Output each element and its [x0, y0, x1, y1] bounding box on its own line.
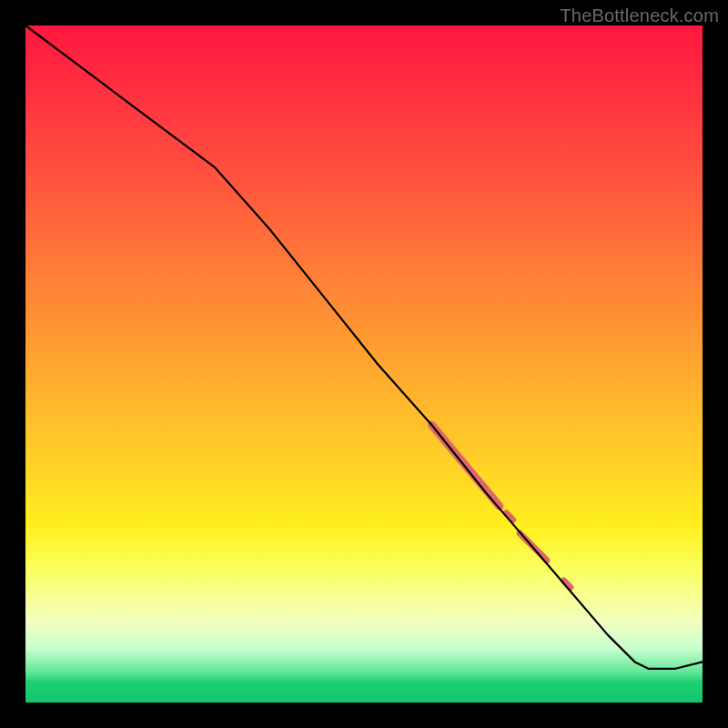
bottleneck-curve	[25, 25, 703, 669]
chart-overlay	[25, 25, 703, 703]
watermark-text: TheBottleneck.com	[560, 5, 719, 26]
chart-frame: TheBottleneck.com	[0, 0, 728, 728]
